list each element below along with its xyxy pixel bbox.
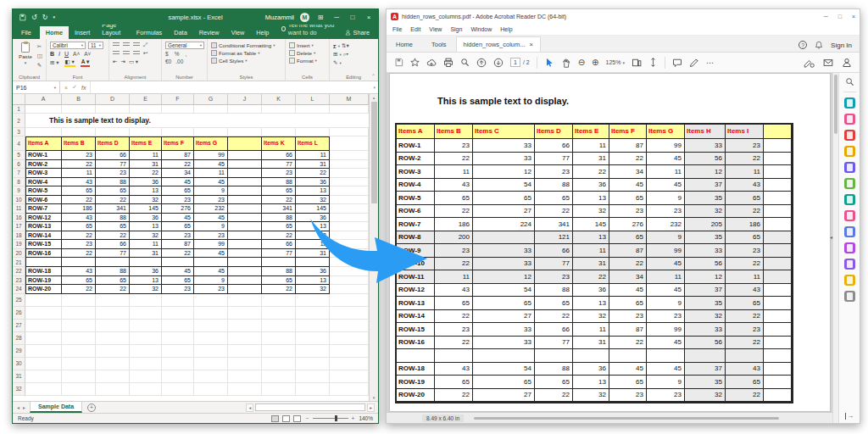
- excel-cell[interactable]: 65: [96, 222, 130, 231]
- excel-cell[interactable]: [194, 383, 228, 396]
- excel-row-number[interactable]: 29: [13, 345, 25, 358]
- measure-tool-icon[interactable]: [844, 259, 855, 270]
- excel-cell[interactable]: 9: [194, 276, 228, 286]
- page-layout-view-icon[interactable]: [282, 415, 290, 422]
- excel-cell[interactable]: [228, 249, 262, 259]
- excel-cell[interactable]: [62, 358, 96, 370]
- save-icon[interactable]: [394, 58, 403, 67]
- excel-cell[interactable]: 77: [96, 160, 130, 170]
- font-color-icon[interactable]: A ▾: [81, 58, 91, 67]
- excel-cell[interactable]: [62, 258, 96, 267]
- excel-column-header-L[interactable]: L: [296, 94, 330, 105]
- align-right-icon[interactable]: [133, 51, 140, 56]
- excel-cell[interactable]: 43: [62, 214, 96, 223]
- excel-row-number[interactable]: 5: [13, 151, 25, 160]
- tab-document[interactable]: hidden_rows_colum... ×: [456, 36, 541, 52]
- excel-cell[interactable]: [262, 128, 296, 136]
- excel-cell[interactable]: 32: [296, 231, 330, 241]
- page-number-input[interactable]: 1: [510, 58, 520, 67]
- excel-cell[interactable]: ROW-2: [25, 160, 62, 170]
- excel-cell[interactable]: 45: [194, 249, 228, 259]
- excel-row-number[interactable]: 31: [13, 370, 25, 383]
- excel-cell[interactable]: 77: [262, 160, 296, 170]
- notifications-bell-icon[interactable]: [815, 41, 823, 49]
- excel-cell[interactable]: [296, 383, 330, 396]
- excel-cell[interactable]: [330, 240, 369, 249]
- excel-cell[interactable]: 87: [162, 151, 194, 160]
- excel-cell[interactable]: [228, 332, 262, 345]
- decrease-indent-icon[interactable]: ⇤: [113, 58, 117, 65]
- fill-button[interactable]: ⊞▾⌕▾: [333, 51, 349, 58]
- send-mail-icon[interactable]: [823, 58, 833, 68]
- excel-cell[interactable]: [162, 105, 194, 114]
- excel-cell[interactable]: 88: [262, 214, 296, 223]
- excel-cell[interactable]: [296, 332, 330, 345]
- excel-cell[interactable]: [330, 128, 369, 136]
- excel-row-number[interactable]: 18: [13, 231, 25, 241]
- zoom-in-icon[interactable]: ⊕: [592, 58, 598, 67]
- excel-cell[interactable]: [330, 307, 369, 320]
- excel-cell[interactable]: 186: [62, 204, 96, 214]
- excel-cell[interactable]: 88: [96, 267, 130, 276]
- more-tools-icon[interactable]: ⋯: [706, 58, 715, 67]
- tab-file[interactable]: File: [13, 26, 40, 39]
- menu-help[interactable]: Help: [500, 26, 512, 32]
- excel-row-number[interactable]: 23: [13, 276, 25, 286]
- excel-cell[interactable]: Items B: [62, 136, 96, 151]
- conditional-formatting-button[interactable]: Conditional Formatting▾: [211, 42, 275, 48]
- excel-cell[interactable]: 145: [296, 204, 330, 214]
- qat-customize-icon[interactable]: ▾: [53, 14, 55, 19]
- increase-indent-icon[interactable]: ⇥: [120, 58, 125, 65]
- excel-cell[interactable]: [96, 332, 130, 345]
- excel-cell[interactable]: Items G: [194, 136, 228, 151]
- excel-cell[interactable]: [194, 320, 228, 332]
- excel-cell[interactable]: [25, 105, 62, 114]
- organize-pages-tool-icon[interactable]: [844, 178, 855, 189]
- autosum-button[interactable]: Σ▾⇅▾: [333, 42, 349, 49]
- excel-cell[interactable]: [162, 128, 194, 136]
- redact-tool-icon[interactable]: [844, 291, 855, 302]
- excel-cell[interactable]: 43: [62, 267, 96, 276]
- excel-cell[interactable]: Items A: [25, 136, 62, 151]
- excel-cell[interactable]: 32: [130, 196, 162, 205]
- excel-cell[interactable]: [96, 345, 130, 358]
- excel-cell[interactable]: 11: [62, 169, 96, 178]
- excel-row-number[interactable]: 1: [13, 105, 25, 114]
- pdf-hscroll-thumb[interactable]: [474, 417, 779, 420]
- excel-cell[interactable]: [194, 294, 228, 307]
- share-upload-icon[interactable]: [426, 58, 437, 68]
- excel-cell[interactable]: 45: [162, 267, 194, 276]
- excel-row-number[interactable]: 19: [13, 240, 25, 249]
- excel-cell[interactable]: 32: [296, 285, 330, 294]
- excel-cell[interactable]: 11: [130, 151, 162, 160]
- excel-cell[interactable]: [194, 128, 228, 136]
- excel-cell[interactable]: Items K: [262, 136, 296, 151]
- excel-cell[interactable]: 99: [194, 240, 228, 249]
- excel-cell[interactable]: 65: [262, 222, 296, 231]
- excel-cell[interactable]: [62, 307, 96, 320]
- acrobat-minimize-button[interactable]: ─: [824, 14, 828, 19]
- excel-cell[interactable]: [228, 196, 262, 205]
- tab-formulas[interactable]: Formulas: [131, 26, 168, 39]
- paste-button[interactable]: Paste▾: [16, 42, 35, 73]
- excel-cell[interactable]: [330, 186, 369, 196]
- excel-cell[interactable]: 36: [296, 178, 330, 187]
- excel-cell[interactable]: 34: [162, 169, 194, 178]
- compress-pdf-tool-icon[interactable]: [844, 194, 855, 205]
- excel-cell[interactable]: [96, 294, 130, 307]
- new-sheet-icon[interactable]: +: [87, 403, 96, 412]
- excel-cell[interactable]: 65: [162, 222, 194, 231]
- normal-view-icon[interactable]: [271, 415, 279, 422]
- next-page-icon[interactable]: [493, 58, 504, 68]
- excel-cell[interactable]: [296, 345, 330, 358]
- excel-cell[interactable]: 36: [296, 267, 330, 276]
- excel-cell[interactable]: 88: [96, 214, 130, 223]
- help-icon[interactable]: ?: [798, 41, 807, 49]
- excel-row-number[interactable]: 6: [13, 160, 25, 170]
- excel-cell[interactable]: 36: [130, 214, 162, 223]
- excel-cell[interactable]: 31: [296, 160, 330, 170]
- excel-cell[interactable]: 88: [262, 178, 296, 187]
- excel-cell[interactable]: 22: [62, 160, 96, 170]
- excel-cell[interactable]: [228, 169, 262, 178]
- excel-cell[interactable]: [296, 105, 330, 114]
